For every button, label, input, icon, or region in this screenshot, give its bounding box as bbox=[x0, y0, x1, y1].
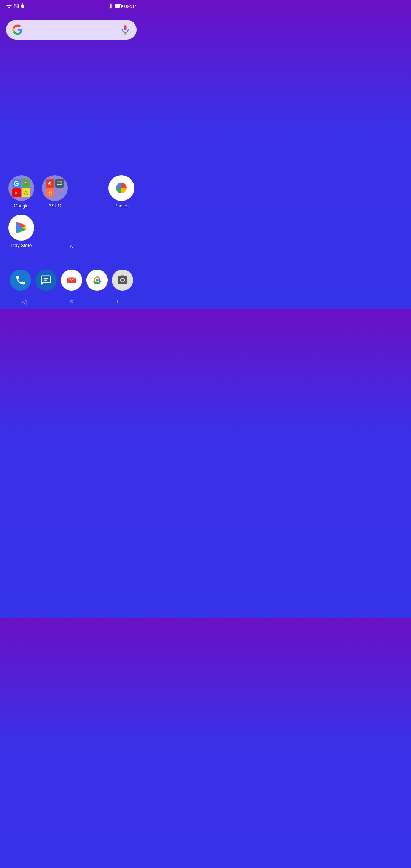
svg-marker-10 bbox=[16, 191, 18, 194]
svg-rect-18 bbox=[43, 278, 48, 279]
play-store-app-label: Play Store bbox=[11, 243, 32, 248]
app-grid: Google bbox=[0, 175, 143, 248]
nav-recents-button[interactable]: □ bbox=[110, 295, 129, 308]
google-search-bar[interactable] bbox=[6, 20, 137, 40]
bluetooth-icon bbox=[109, 3, 113, 9]
sim-blocked-icon bbox=[14, 3, 19, 9]
asus-folder-item[interactable]: ASUS bbox=[41, 175, 68, 209]
gmail-icon bbox=[61, 270, 82, 291]
status-left-icons bbox=[6, 3, 25, 9]
asus-folder-icon bbox=[42, 175, 68, 201]
phone-icon bbox=[10, 270, 31, 291]
wifi-icon bbox=[6, 4, 12, 8]
svg-point-26 bbox=[121, 279, 124, 282]
status-time: 09:37 bbox=[124, 3, 137, 9]
svg-line-5 bbox=[14, 4, 19, 8]
dock bbox=[0, 266, 143, 294]
battery-icon bbox=[115, 4, 122, 8]
photos-app-label: Photos bbox=[114, 203, 128, 209]
svg-rect-19 bbox=[43, 280, 47, 281]
chrome-icon bbox=[86, 270, 108, 291]
empty-slot bbox=[75, 175, 102, 209]
camera-dock-item[interactable] bbox=[112, 270, 133, 291]
svg-marker-11 bbox=[24, 191, 28, 195]
google-folder-label: Google bbox=[14, 203, 29, 209]
svg-rect-6 bbox=[124, 25, 127, 30]
svg-point-9 bbox=[25, 182, 27, 183]
svg-rect-13 bbox=[49, 181, 51, 183]
camera-icon bbox=[112, 270, 133, 291]
svg-line-12 bbox=[24, 191, 26, 195]
svg-point-25 bbox=[96, 279, 99, 282]
nav-home-button[interactable]: ○ bbox=[62, 295, 81, 308]
nav-back-button[interactable]: ◁ bbox=[14, 295, 34, 308]
microphone-icon[interactable] bbox=[120, 24, 131, 35]
flame-icon bbox=[21, 3, 25, 9]
photos-icon bbox=[108, 175, 134, 201]
google-g-icon bbox=[12, 24, 23, 35]
play-store-app-item[interactable]: Play Store bbox=[8, 215, 35, 248]
nav-bar: ◁ ○ □ bbox=[0, 294, 143, 309]
phone-dock-item[interactable] bbox=[10, 270, 31, 291]
status-right-icons: 09:37 bbox=[109, 3, 137, 9]
asus-folder-label: ASUS bbox=[48, 203, 61, 209]
app-drawer-handle[interactable]: ^ bbox=[70, 244, 73, 253]
messages-icon bbox=[35, 270, 57, 291]
gmail-dock-item[interactable] bbox=[61, 270, 82, 291]
chrome-dock-item[interactable] bbox=[86, 270, 108, 291]
status-bar: 09:37 bbox=[0, 0, 143, 11]
photos-app-item[interactable]: Photos bbox=[108, 175, 135, 209]
play-store-icon bbox=[8, 215, 34, 241]
google-folder-icon bbox=[8, 175, 34, 201]
google-folder-item[interactable]: Google bbox=[8, 175, 35, 209]
messages-dock-item[interactable] bbox=[35, 270, 57, 291]
